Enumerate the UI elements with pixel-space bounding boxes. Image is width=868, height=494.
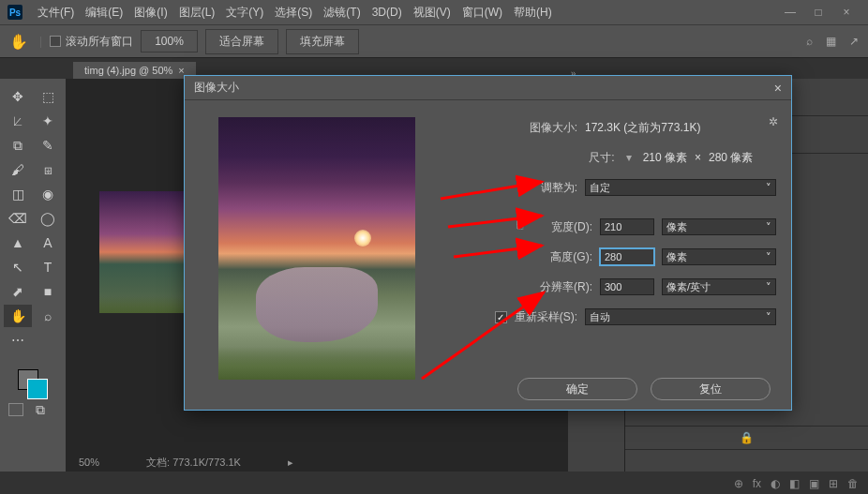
crop-tool[interactable]: ⧉ [4, 134, 32, 157]
clone-stamp-tool[interactable]: ⧆ [34, 158, 62, 181]
new-layer-icon[interactable]: ⊞ [829, 477, 838, 490]
mask-icon[interactable]: ◐ [771, 477, 780, 490]
image-size-dialog: 图像大小 × 图像大小: 172.3K (之前为773.1K) ✲ 尺寸: ▾ … [184, 75, 792, 411]
link-layers-icon[interactable]: ⊕ [734, 477, 743, 490]
blur-tool[interactable]: ◉ [34, 183, 62, 205]
dialog-titlebar[interactable]: 图像大小 × [185, 76, 791, 100]
maximize-button[interactable]: □ [812, 6, 825, 19]
resample-select[interactable]: 自动 ˅ [585, 308, 776, 325]
resample-checkbox[interactable]: ✓ [495, 311, 507, 323]
reset-button[interactable]: 复位 [651, 378, 771, 400]
horizontal-type-tool[interactable]: A [34, 232, 62, 254]
scroll-all-label: 滚动所有窗口 [66, 34, 133, 50]
trash-icon[interactable]: 🗑 [847, 477, 859, 490]
menu-view[interactable]: 视图(V) [408, 5, 456, 21]
fit-screen-button[interactable]: 适合屏幕 [205, 29, 278, 54]
color-swatches[interactable] [3, 360, 63, 397]
search-icon[interactable]: ⌕ [806, 35, 813, 48]
canvas-image [99, 191, 193, 313]
grid-icon[interactable]: ▦ [826, 35, 836, 48]
width-input[interactable] [600, 218, 654, 235]
direct-selection-tool[interactable]: ⬈ [4, 280, 32, 303]
dodge-tool[interactable]: ◯ [34, 207, 62, 230]
path-tool[interactable]: ↖ [4, 256, 32, 278]
zoom-tool[interactable]: ⌕ [34, 305, 62, 327]
chevron-down-icon[interactable]: ▾ [626, 151, 632, 164]
lock-icon[interactable]: 🔒 [740, 431, 754, 444]
window-controls: — □ × [784, 6, 861, 19]
resolution-label: 分辨率(R): [540, 279, 592, 295]
menu-image[interactable]: 图像(I) [128, 5, 172, 21]
document-tab[interactable]: timg (4).jpg @ 50% × [73, 62, 196, 79]
menu-window[interactable]: 窗口(W) [456, 5, 508, 21]
chevron-down-icon: ˅ [766, 182, 771, 194]
menu-type[interactable]: 文字(Y) [220, 5, 269, 21]
chevron-down-icon: ˅ [766, 281, 771, 293]
resolution-input[interactable] [600, 278, 654, 295]
resolution-unit-select[interactable]: 像素/英寸 ˅ [662, 278, 776, 295]
minimize-button[interactable]: — [784, 6, 797, 19]
dim-sep: × [695, 151, 701, 164]
menu-select[interactable]: 选择(S) [269, 5, 318, 21]
width-unit-select[interactable]: 像素 ˅ [662, 218, 776, 235]
magic-wand-tool[interactable]: ✦ [34, 110, 62, 132]
options-bar: ✋ | 滚动所有窗口 100% 适合屏幕 填充屏幕 ⌕ ▦ ↗ [0, 24, 868, 58]
link-icon[interactable]: ⎘ [516, 218, 523, 232]
brush-tool[interactable]: 🖌 [4, 158, 32, 181]
hand-tool[interactable]: ✋ [4, 305, 32, 327]
hand-tool-icon: ✋ [9, 33, 28, 51]
height-row: 高度(G): 像素 ˅ [441, 247, 776, 267]
adjust-label: 调整为: [541, 180, 577, 196]
options-right: ⌕ ▦ ↗ [806, 35, 859, 48]
height-input[interactable] [600, 248, 654, 265]
group-icon[interactable]: ▣ [809, 477, 819, 490]
menu-file[interactable]: 文件(F) [32, 5, 80, 21]
resolution-unit: 像素/英寸 [666, 280, 711, 294]
close-button[interactable]: × [840, 6, 853, 19]
adjust-value: 自定 [590, 181, 610, 195]
pen-tool[interactable]: ▲ [4, 232, 32, 254]
dimensions-row: 尺寸: ▾ 210 像素 × 280 像素 [441, 147, 776, 168]
zoom-button[interactable]: 100% [141, 30, 198, 52]
chevron-down-icon: ˅ [766, 221, 771, 233]
marquee-tool[interactable]: ⬚ [34, 85, 62, 108]
move-tool[interactable]: ✥ [4, 85, 32, 108]
ok-button[interactable]: 确定 [517, 378, 637, 400]
share-icon[interactable]: ↗ [849, 35, 859, 48]
dialog-title-text: 图像大小 [194, 80, 239, 96]
resample-row: ✓ 重新采样(S): 自动 ˅ [441, 307, 776, 327]
eraser-tool[interactable]: ⌫ [4, 207, 32, 230]
image-size-row: 图像大小: 172.3K (之前为773.1K) ✲ [441, 117, 776, 138]
adjustment-icon[interactable]: ◧ [789, 477, 800, 490]
fx-icon[interactable]: fx [753, 477, 761, 490]
screen-mode-toggle[interactable]: ⧉ [26, 398, 54, 421]
menu-filter[interactable]: 滤镜(T) [318, 5, 366, 21]
chevron-down-icon: ˅ [766, 311, 771, 323]
gear-icon[interactable]: ✲ [769, 115, 778, 128]
zoom-level[interactable]: 50% [79, 457, 99, 468]
tab-label: timg (4).jpg @ 50% [84, 65, 172, 76]
image-size-value: 172.3K (之前为773.1K) [585, 120, 776, 136]
lasso-tool[interactable]: ⟀ [4, 110, 32, 132]
scroll-all-checkbox[interactable]: 滚动所有窗口 [50, 34, 133, 50]
adjust-row: 调整为: 自定 ˅ [441, 177, 776, 198]
eyedropper-tool[interactable]: ✎ [34, 134, 62, 157]
width-row: ⎘ 宽度(D): 像素 ˅ [441, 217, 776, 237]
adjust-select[interactable]: 自定 ˅ [585, 179, 776, 196]
height-unit-select[interactable]: 像素 ˅ [662, 248, 776, 265]
height-unit: 像素 [666, 250, 687, 264]
gradient-tool[interactable]: ◫ [4, 183, 32, 205]
doc-info: 文档: 773.1K/773.1K [146, 456, 241, 470]
fill-screen-button[interactable]: 填充屏幕 [286, 29, 359, 54]
menu-layer[interactable]: 图层(L) [173, 5, 221, 21]
shape-tool[interactable]: ■ [34, 280, 62, 303]
type-tool[interactable]: T [34, 256, 62, 278]
dialog-close-button[interactable]: × [774, 81, 782, 96]
foreground-color-swatch[interactable] [27, 379, 48, 399]
more-tools[interactable]: ⋯ [4, 329, 32, 352]
menu-help[interactable]: 帮助(H) [508, 5, 558, 21]
menu-3d[interactable]: 3D(D) [367, 6, 408, 19]
menu-edit[interactable]: 编辑(E) [80, 5, 128, 21]
quick-mask-toggle[interactable] [8, 403, 23, 416]
status-chevron-icon[interactable]: ▸ [288, 457, 293, 469]
